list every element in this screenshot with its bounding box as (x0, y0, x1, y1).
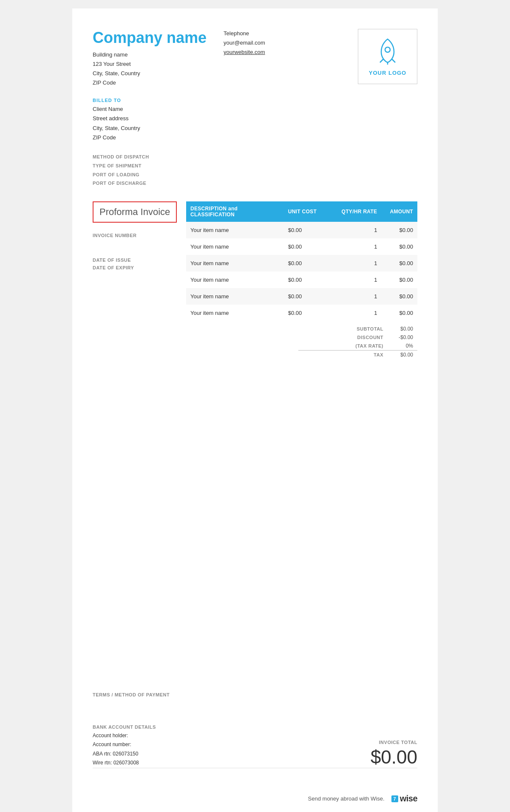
wise-badge: 7 (391, 795, 398, 802)
bottom-left: TERMS / METHOD OF PAYMENT (93, 692, 186, 699)
billed-label: BILLED TO (93, 98, 417, 103)
item-amount: $0.00 (381, 238, 417, 255)
table-row: Your item name $0.00 1 $0.00 (186, 222, 417, 238)
tax-row: TAX $0.00 (298, 351, 417, 359)
account-holder: Account holder: (93, 731, 156, 741)
bank-section: BANK ACCOUNT DETAILS Account holder: Acc… (93, 724, 156, 768)
tax-rate-value: 0% (388, 342, 417, 351)
item-unit-cost: $0.00 (284, 255, 330, 272)
discount-value: -$0.00 (388, 333, 417, 342)
footer: Send money abroad with Wise. 7 wise (93, 768, 417, 804)
logo-label: YOUR LOGO (369, 70, 406, 76)
date-issue-label: DATE OF ISSUE (93, 257, 179, 263)
invoice-title-box: Proforma Invoice (93, 201, 177, 223)
rocket-icon (375, 37, 400, 68)
date-expiry-field: DATE OF EXPIRY (93, 265, 179, 270)
item-name: Your item name (186, 255, 284, 272)
logo-box: YOUR LOGO (358, 29, 417, 84)
client-city: City, State, Country (93, 124, 417, 133)
item-amount: $0.00 (381, 272, 417, 288)
right-column: DESCRIPTION and CLASSIFICATION UNIT COST… (186, 201, 417, 685)
table-header-row: DESCRIPTION and CLASSIFICATION UNIT COST… (186, 201, 417, 222)
invoice-number-label: INVOICE NUMBER (93, 233, 179, 238)
billed-section: BILLED TO Client Name Street address Cit… (93, 98, 417, 142)
summary-table: SUBTOTAL $0.00 DISCOUNT -$0.00 (TAX RATE… (298, 325, 417, 359)
aba-rtn: ABA rtn: 026073150 (93, 750, 156, 759)
date-expiry-label: DATE OF EXPIRY (93, 265, 179, 270)
client-name: Client Name (93, 105, 417, 114)
company-name: Company name (93, 29, 207, 47)
subtotal-value: $0.00 (388, 325, 417, 333)
tax-value: $0.00 (388, 351, 417, 359)
bank-label: BANK ACCOUNT DETAILS (93, 724, 156, 730)
item-unit-cost: $0.00 (284, 272, 330, 288)
company-address-line4: ZIP Code (93, 78, 207, 88)
wire-rtn: Wire rtn: 026073008 (93, 758, 156, 768)
col-description: DESCRIPTION and CLASSIFICATION (186, 201, 284, 222)
company-contact-block: Telephone your@email.com yourwebsite.com (224, 29, 265, 57)
wise-logo: 7 wise (391, 794, 417, 804)
table-row: Your item name $0.00 1 $0.00 (186, 305, 417, 321)
item-qty: 1 (330, 288, 381, 305)
total-section: INVOICE TOTAL $0.00 (371, 740, 417, 768)
table-row: Your item name $0.00 1 $0.00 (186, 272, 417, 288)
item-qty: 1 (330, 222, 381, 238)
item-unit-cost: $0.00 (284, 305, 330, 321)
wise-brand: wise (400, 794, 417, 804)
company-address-line2: 123 Your Street (93, 59, 207, 69)
item-amount: $0.00 (381, 222, 417, 238)
item-amount: $0.00 (381, 305, 417, 321)
footer-text: Send money abroad with Wise. (308, 795, 385, 802)
invoice-number-field: INVOICE NUMBER (93, 233, 179, 238)
discount-row: DISCOUNT -$0.00 (298, 333, 417, 342)
item-amount: $0.00 (381, 288, 417, 305)
bank-total-row: BANK ACCOUNT DETAILS Account holder: Acc… (93, 724, 417, 768)
col-qty: QTY/HR RATE (330, 201, 381, 222)
table-row: Your item name $0.00 1 $0.00 (186, 288, 417, 305)
tax-rate-label: (TAX RATE) (298, 342, 388, 351)
port-of-discharge: PORT OF DISCHARGE (93, 179, 417, 188)
item-qty: 1 (330, 238, 381, 255)
invoice-page: Company name Building name 123 Your Stre… (72, 8, 438, 812)
shipment-section: METHOD OF DISPATCH TYPE OF SHIPMENT PORT… (93, 153, 417, 188)
date-issue-field: DATE OF ISSUE (93, 257, 179, 263)
item-unit-cost: $0.00 (284, 238, 330, 255)
port-of-loading: PORT OF LOADING (93, 170, 417, 179)
col-amount: AMOUNT (381, 201, 417, 222)
item-amount: $0.00 (381, 255, 417, 272)
discount-label: DISCOUNT (298, 333, 388, 342)
item-qty: 1 (330, 272, 381, 288)
company-info-block: Company name Building name 123 Your Stre… (93, 29, 207, 88)
invoice-title: Proforma Invoice (99, 207, 170, 218)
left-column: Proforma Invoice INVOICE NUMBER DATE OF … (93, 201, 186, 685)
total-amount: $0.00 (371, 747, 417, 768)
tax-rate-row: (TAX RATE) 0% (298, 342, 417, 351)
company-address: Building name 123 Your Street City, Stat… (93, 50, 207, 88)
company-phone-label: Telephone (224, 29, 265, 38)
table-row: Your item name $0.00 1 $0.00 (186, 238, 417, 255)
total-label: INVOICE TOTAL (371, 740, 417, 745)
item-name: Your item name (186, 288, 284, 305)
svg-point-0 (385, 47, 390, 52)
item-unit-cost: $0.00 (284, 222, 330, 238)
account-number: Account number: (93, 740, 156, 750)
item-name: Your item name (186, 222, 284, 238)
subtotal-row: SUBTOTAL $0.00 (298, 325, 417, 333)
method-of-dispatch: METHOD OF DISPATCH (93, 153, 417, 161)
subtotal-label: SUBTOTAL (298, 325, 388, 333)
company-email: your@email.com (224, 38, 265, 48)
company-address-line3: City, State, Country (93, 69, 207, 78)
tax-label: TAX (298, 351, 388, 359)
client-street: Street address (93, 114, 417, 123)
client-zip: ZIP Code (93, 133, 417, 142)
header: Company name Building name 123 Your Stre… (93, 29, 417, 88)
table-row: Your item name $0.00 1 $0.00 (186, 255, 417, 272)
col-unit-cost: UNIT COST (284, 201, 330, 222)
item-name: Your item name (186, 272, 284, 288)
main-grid: Proforma Invoice INVOICE NUMBER DATE OF … (93, 201, 417, 685)
item-unit-cost: $0.00 (284, 288, 330, 305)
bottom-section: TERMS / METHOD OF PAYMENT (93, 692, 417, 699)
company-website: yourwebsite.com (224, 48, 265, 57)
item-qty: 1 (330, 305, 381, 321)
type-of-shipment: TYPE OF SHIPMENT (93, 161, 417, 170)
